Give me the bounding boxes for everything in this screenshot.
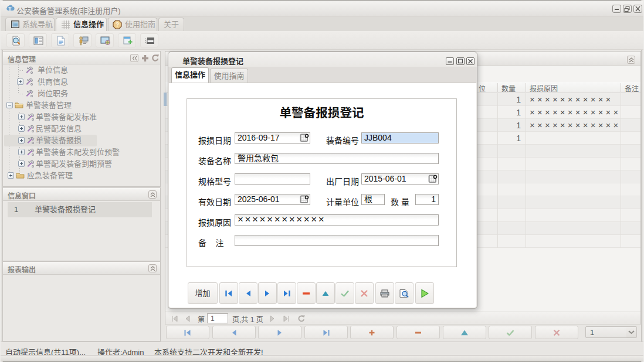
svg-text:?: ? <box>116 22 119 28</box>
